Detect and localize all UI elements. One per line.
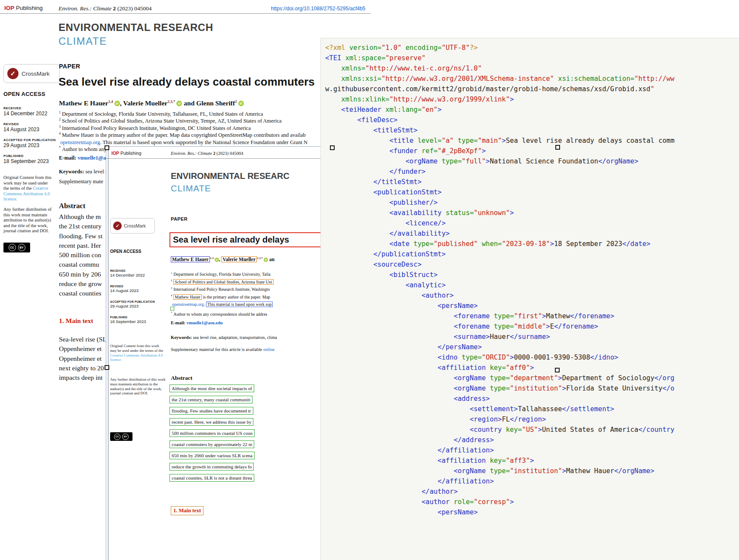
crossmark-icon: ✓ <box>7 68 18 79</box>
affiliation-line: 2School of Politics and Global Studies, … <box>59 117 308 124</box>
affiliation-line: 4Mathew Hauer is the primary author of t… <box>171 293 274 301</box>
extracted-text-box: 650 min by 2060 under various SLR scena <box>169 452 255 459</box>
popup-abstract-heading: Abstract <box>171 375 192 382</box>
date-value: 14 August 2023 <box>110 288 160 293</box>
selection-handle-top-middle[interactable] <box>330 145 335 150</box>
affiliation-text: School of Politics and Global Studies, A… <box>62 118 282 124</box>
affiliation-text: Department of Sociology, Florida State U… <box>62 111 263 117</box>
supplementary-line: Supplementary mate <box>59 178 103 185</box>
affiliation-sup: 4 <box>171 294 172 297</box>
date-label: RECEIVED <box>110 269 160 272</box>
tei-xml-panel[interactable]: <?xml version="1.0" encoding="UTF-8"?> <… <box>320 38 739 560</box>
author-name: Valerie Mueller <box>123 99 167 107</box>
affiliation-sup: 1 <box>171 271 172 274</box>
popup-publication-dates: RECEIVED14 December 2022REVISED14 August… <box>110 269 160 331</box>
affiliation-sup: 1 <box>59 111 61 114</box>
popup-license-text-1: Original Content from this work may be u… <box>110 344 166 362</box>
iop-logo-mark: IOP <box>4 5 14 11</box>
popup-open-access-label: OPEN ACCESS <box>110 249 141 254</box>
iop-logo-mark: IOP <box>111 151 119 156</box>
crossmark-label: CrossMark <box>22 71 49 77</box>
orcid-icon: iD <box>238 101 244 106</box>
email-label: E-mail: <box>171 320 185 325</box>
citation-volume: 2 <box>113 5 116 12</box>
journal-brand-line1: ENVIRONMENTAL RESEARCH <box>59 22 213 34</box>
body-text-line: Sea-level rise (SL <box>59 335 107 344</box>
abstract-line: 650 min by 2060 under various SLR scena <box>169 451 255 462</box>
author-affiliation-sup: 1,4 <box>210 256 214 260</box>
doi-link[interactable]: https://doi.org/10.1088/2752-5295/acf4b5 <box>271 6 366 12</box>
crossmark-icon: ✓ <box>113 222 122 230</box>
affiliation-sup: 3 <box>59 125 61 129</box>
author-affiliation-sup: 2,3,* <box>167 99 175 104</box>
date-entry: PUBLISHED18 September 2023 <box>110 316 160 324</box>
paper-title: Sea level rise already delays coastal co… <box>59 75 314 89</box>
pdf-annotation-popup[interactable]: IOP Publishing Environ. Res.: Climate 2 … <box>106 146 321 560</box>
cc-icon: CC <box>114 434 120 440</box>
affiliation-text: Author to whom any correspondence should… <box>173 312 267 317</box>
email-link[interactable]: vmuelle1@a <box>77 155 106 161</box>
section-annotation-box[interactable]: 1. Main text <box>171 506 203 515</box>
email-link[interactable]: vmuelle1@asu.edu <box>186 320 222 325</box>
citation-journal: Environ. Res.: Climate <box>59 5 111 12</box>
date-value: 29 August 2023 <box>3 142 57 148</box>
cc-licence-link[interactable]: Creative Commons Attribution 4.0 licence… <box>110 353 163 362</box>
abstract-line: 500 million con <box>59 250 102 260</box>
date-label: RECEIVED <box>3 106 57 110</box>
selection-edge-left[interactable] <box>108 148 108 560</box>
paper-type-label: PAPER <box>59 63 80 70</box>
supplementary-text: Supplementary material for this article … <box>171 347 262 352</box>
affiliation-text: Mathew Hauer is the primary author of th… <box>62 132 306 138</box>
popup-supplementary-line: Supplementary material for this article … <box>171 347 274 352</box>
selection-handle-top-right[interactable] <box>555 145 560 150</box>
abstract-line: coastal counties, SLR is not a distant t… <box>169 474 255 485</box>
selection-handle-middle-left[interactable] <box>105 365 109 370</box>
open-access-label: OPEN ACCESS <box>3 91 45 97</box>
body-text-line: impacts deep int <box>59 373 107 382</box>
extracted-text-box: reduce the growth in commuting delays fo <box>169 463 254 471</box>
citation-volume: 2 <box>213 151 215 156</box>
abstract-heading: Abstract <box>59 202 85 210</box>
extracted-text-box: Although the most dire societal impacts … <box>169 385 254 392</box>
date-label: PUBLISHED <box>3 154 57 158</box>
date-entry: ACCEPTED FOR PUBLICATION29 August 2023 <box>3 138 57 148</box>
affiliation-sup: 2 <box>171 279 172 282</box>
abstract-line: 500 million commuters in coastal US coun <box>169 429 255 440</box>
date-entry: RECEIVED14 December 2022 <box>110 269 160 277</box>
online-link[interactable]: online <box>263 347 274 352</box>
openstreetmap-link[interactable]: openstreetmap.org <box>172 302 204 307</box>
iop-logo-text: Publishing <box>120 151 141 156</box>
date-value: 18 September 2023 <box>110 319 160 324</box>
affiliation-sup: * <box>171 311 172 314</box>
by-icon: BY <box>122 434 129 440</box>
crossmark-badge[interactable]: ✓ CrossMark <box>3 64 60 83</box>
header-rule <box>0 13 371 14</box>
crossmark-label: CrossMark <box>124 223 146 228</box>
date-entry: RECEIVED14 December 2022 <box>3 106 57 117</box>
license-text: Original Content from this work may be u… <box>110 344 163 353</box>
section-heading-main-text: 1. Main text <box>59 317 93 325</box>
title-annotation-box[interactable]: Sea level rise already delays <box>169 232 321 247</box>
openstreetmap-link[interactable]: openstreetmap.org <box>60 139 100 145</box>
date-entry: REVISED14 August 2023 <box>3 122 57 132</box>
body-text: Sea-level rise (SLOppenheimer etOppenhei… <box>59 335 107 382</box>
affiliation-text: International Food Policy Research Insti… <box>62 125 251 131</box>
selection-handle-top-left[interactable] <box>105 145 109 150</box>
abstract-line: coastal commuters by approximately 22 m <box>169 440 255 451</box>
date-value: 14 December 2022 <box>110 273 160 277</box>
author-name: Mathew E Hauer <box>171 256 210 262</box>
affiliation-line: 1Department of Sociology, Florida State … <box>171 271 274 278</box>
citation-journal: Environ. Res.: Climate <box>171 151 212 156</box>
body-text-line: Oppenheimer et <box>59 344 107 354</box>
affiliation-text: . This material is based upon work suppo… <box>100 139 307 145</box>
popup-affiliation-list: 1Department of Sociology, Florida State … <box>171 271 274 318</box>
popup-paper-type-label: PAPER <box>171 216 188 222</box>
date-label: ACCEPTED FOR PUBLICATION <box>110 300 160 303</box>
date-label: PUBLISHED <box>110 316 160 319</box>
selection-handle-middle-right[interactable] <box>555 368 560 372</box>
date-value: 18 September 2023 <box>3 158 57 164</box>
orcid-icon: iD <box>114 101 120 106</box>
extracted-text-box: coastal commuters by approximately 22 m <box>169 440 254 448</box>
affiliation-sup: 4 <box>59 132 61 135</box>
abstract-line: recent past. Her <box>59 241 102 250</box>
